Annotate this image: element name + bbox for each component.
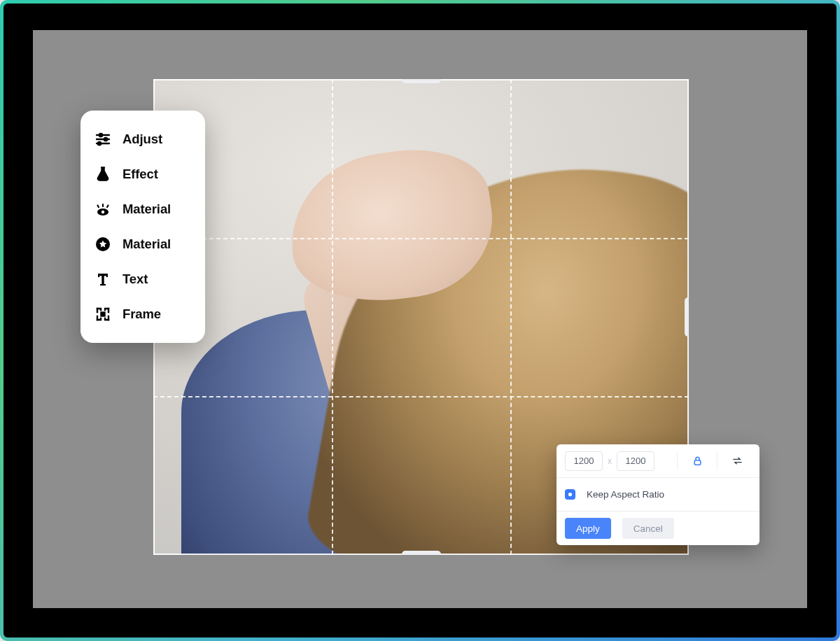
- tools-panel: Adjust Effect: [80, 111, 205, 343]
- gradient-border: Adjust Effect: [0, 0, 840, 641]
- svg-point-5: [98, 142, 101, 145]
- flask-icon: [94, 166, 111, 183]
- app-window: Adjust Effect: [4, 3, 836, 638]
- aspect-row: Keep Aspect Ratio: [556, 478, 760, 512]
- crop-grid-line: [153, 396, 689, 397]
- eye-icon: [94, 201, 111, 218]
- crop-grid-line: [510, 79, 512, 555]
- width-input[interactable]: [565, 451, 603, 471]
- tool-label: Adjust: [122, 132, 162, 147]
- editor-canvas[interactable]: Adjust Effect: [33, 30, 807, 608]
- svg-point-7: [102, 211, 104, 213]
- svg-point-1: [99, 134, 102, 136]
- crop-handle-bottom[interactable]: [402, 551, 441, 555]
- aspect-ratio-label: Keep Aspect Ratio: [587, 489, 664, 500]
- sliders-icon: [94, 131, 111, 148]
- svg-rect-10: [694, 460, 701, 465]
- tool-text[interactable]: Text: [88, 262, 198, 297]
- height-input[interactable]: [617, 451, 654, 471]
- apply-button[interactable]: Apply: [565, 518, 611, 539]
- svg-point-11: [568, 493, 572, 496]
- tool-adjust[interactable]: Adjust: [88, 122, 198, 157]
- cancel-button[interactable]: Cancel: [622, 518, 674, 539]
- tool-label: Material: [122, 237, 171, 252]
- tool-label: Effect: [122, 167, 158, 182]
- aspect-ratio-checkbox[interactable]: [565, 489, 575, 500]
- crop-handle-right[interactable]: [685, 297, 689, 337]
- divider: [717, 451, 718, 470]
- swap-dimensions-button[interactable]: [723, 451, 751, 472]
- lock-aspect-button[interactable]: [683, 451, 711, 472]
- divider: [677, 451, 678, 470]
- dimensions-panel: x: [556, 444, 760, 545]
- svg-rect-9: [102, 313, 105, 316]
- svg-point-3: [104, 138, 107, 141]
- tool-effect[interactable]: Effect: [88, 157, 198, 192]
- star-circle-icon: [94, 236, 111, 253]
- tool-label: Text: [122, 272, 148, 287]
- circle-icon: [567, 491, 573, 498]
- dimension-separator: x: [608, 456, 612, 466]
- lock-icon: [692, 455, 704, 467]
- text-icon: [94, 271, 111, 288]
- tool-material-eye[interactable]: Material: [88, 192, 198, 227]
- swap-icon: [732, 455, 743, 467]
- crop-handle-top[interactable]: [402, 79, 441, 83]
- frame-icon: [94, 306, 111, 323]
- crop-grid-line: [332, 79, 333, 555]
- dimensions-row: x: [556, 444, 760, 478]
- tool-label: Frame: [122, 307, 161, 322]
- tool-material-star[interactable]: Material: [88, 227, 198, 262]
- crop-grid-line: [153, 238, 689, 239]
- tool-frame[interactable]: Frame: [88, 297, 198, 332]
- tool-label: Material: [122, 202, 171, 217]
- actions-row: Apply Cancel: [556, 512, 760, 545]
